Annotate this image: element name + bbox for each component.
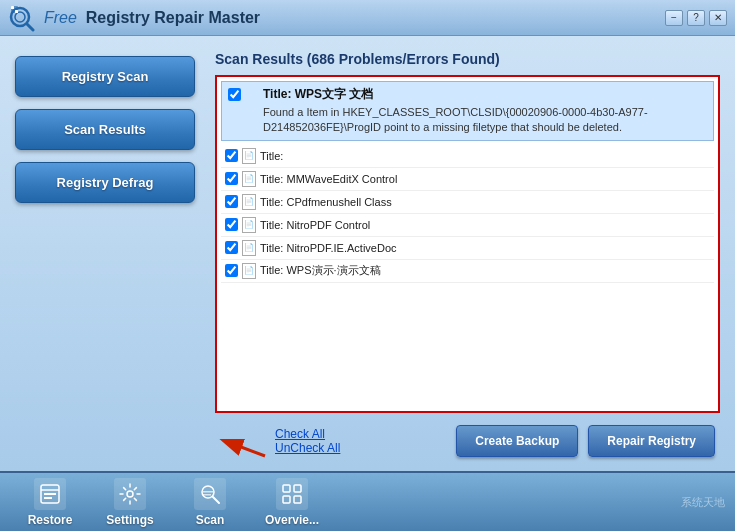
settings-svg — [118, 482, 142, 506]
item-text-4: Title: NitroPDF Control — [260, 219, 370, 231]
svg-point-12 — [127, 491, 133, 497]
item-checkbox-0[interactable] — [228, 88, 241, 101]
taskbar-restore[interactable]: Restore — [10, 473, 90, 532]
doc-icon: 📄 — [242, 148, 256, 164]
svg-rect-10 — [44, 493, 56, 495]
arrow-icon — [215, 421, 270, 461]
list-item: 📄 Title: NitroPDF Control — [221, 214, 714, 237]
svg-rect-18 — [294, 485, 301, 492]
taskbar-scan-label: Scan — [196, 513, 225, 527]
overview-icon — [276, 478, 308, 510]
taskbar-settings[interactable]: Settings — [90, 473, 170, 532]
app-logo — [8, 4, 36, 32]
list-item: Title: WPS文字 文档 Found a Item in HKEY_CLA… — [221, 81, 714, 141]
item-text-5: Title: NitroPDF.IE.ActiveDoc — [260, 242, 397, 254]
settings-icon — [114, 478, 146, 510]
scan-results-panel[interactable]: Title: WPS文字 文档 Found a Item in HKEY_CLA… — [215, 75, 720, 413]
taskbar-restore-label: Restore — [28, 513, 73, 527]
scan-icon — [194, 478, 226, 510]
svg-rect-20 — [294, 496, 301, 503]
svg-rect-11 — [44, 497, 52, 499]
title-bar: Free Registry Repair Master − ? ✕ — [0, 0, 735, 36]
bottom-bar: Check All UnCheck All Create Backup Repa… — [215, 421, 720, 461]
taskbar: Restore Settings Scan — [0, 471, 735, 531]
doc-icon: 📄 — [242, 263, 256, 279]
doc-icon: 📄 — [242, 171, 256, 187]
svg-rect-17 — [283, 485, 290, 492]
uncheck-all-link[interactable]: UnCheck All — [275, 441, 340, 455]
scan-results-button[interactable]: Scan Results — [15, 109, 195, 150]
registry-defrag-button[interactable]: Registry Defrag — [15, 162, 195, 203]
doc-icon: 📄 — [242, 240, 256, 256]
repair-registry-button[interactable]: Repair Registry — [588, 425, 715, 457]
taskbar-overview-label: Overvie... — [265, 513, 319, 527]
list-item: 📄 Title: MMWaveEditX Control — [221, 168, 714, 191]
item-text-1: Title: — [260, 150, 283, 162]
item-checkbox-1[interactable] — [225, 149, 238, 162]
item-text-6: Title: WPS演示·演示文稿 — [260, 263, 381, 278]
action-buttons: Create Backup Repair Registry — [456, 425, 715, 457]
item-checkbox-6[interactable] — [225, 264, 238, 277]
help-button[interactable]: ? — [687, 10, 705, 26]
check-all-link[interactable]: Check All — [275, 427, 340, 441]
window-controls: − ? ✕ — [665, 10, 727, 26]
svg-rect-15 — [203, 491, 213, 493]
item-desc-0: Found a Item in HKEY_CLASSES_ROOT\CLSID\… — [245, 105, 707, 136]
svg-line-14 — [213, 497, 219, 503]
svg-rect-19 — [283, 496, 290, 503]
list-item: 📄 Title: — [221, 145, 714, 168]
item-text-2: Title: MMWaveEditX Control — [260, 173, 397, 185]
svg-line-2 — [27, 24, 33, 30]
content-area: Scan Results (686 Problems/Errors Found)… — [210, 36, 735, 471]
svg-line-7 — [225, 441, 265, 456]
taskbar-right: 系统天地 — [681, 495, 725, 510]
list-item: 📄 Title: NitroPDF.IE.ActiveDoc — [221, 237, 714, 260]
scan-svg — [198, 482, 222, 506]
app-title: Free Registry Repair Master — [44, 9, 665, 27]
check-links-group: Check All UnCheck All — [215, 421, 340, 461]
svg-point-1 — [15, 12, 25, 22]
item-text-3: Title: CPdfmenushell Class — [260, 196, 392, 208]
svg-rect-5 — [15, 10, 18, 13]
restore-svg — [38, 482, 62, 506]
sidebar: Registry Scan Scan Results Registry Defr… — [0, 36, 210, 471]
item-checkbox-2[interactable] — [225, 172, 238, 185]
check-uncheck-links: Check All UnCheck All — [275, 427, 340, 455]
item-checkbox-4[interactable] — [225, 218, 238, 231]
svg-rect-4 — [11, 6, 14, 9]
doc-icon: 📄 — [242, 194, 256, 210]
registry-scan-button[interactable]: Registry Scan — [15, 56, 195, 97]
item-checkbox-5[interactable] — [225, 241, 238, 254]
restore-icon — [34, 478, 66, 510]
overview-svg — [280, 482, 304, 506]
watermark-text: 系统天地 — [681, 495, 725, 510]
minimize-button[interactable]: − — [665, 10, 683, 26]
list-item: 📄 Title: CPdfmenushell Class — [221, 191, 714, 214]
close-button[interactable]: ✕ — [709, 10, 727, 26]
list-item: 📄 Title: WPS演示·演示文稿 — [221, 260, 714, 283]
item-checkbox-3[interactable] — [225, 195, 238, 208]
create-backup-button[interactable]: Create Backup — [456, 425, 578, 457]
main-container: Registry Scan Scan Results Registry Defr… — [0, 36, 735, 471]
svg-rect-16 — [203, 494, 211, 496]
taskbar-scan[interactable]: Scan — [170, 473, 250, 532]
item-title-0: Title: WPS文字 文档 — [245, 86, 707, 103]
content-title: Scan Results (686 Problems/Errors Found) — [215, 51, 720, 67]
taskbar-overview[interactable]: Overvie... — [250, 473, 334, 532]
doc-icon: 📄 — [242, 217, 256, 233]
taskbar-settings-label: Settings — [106, 513, 153, 527]
